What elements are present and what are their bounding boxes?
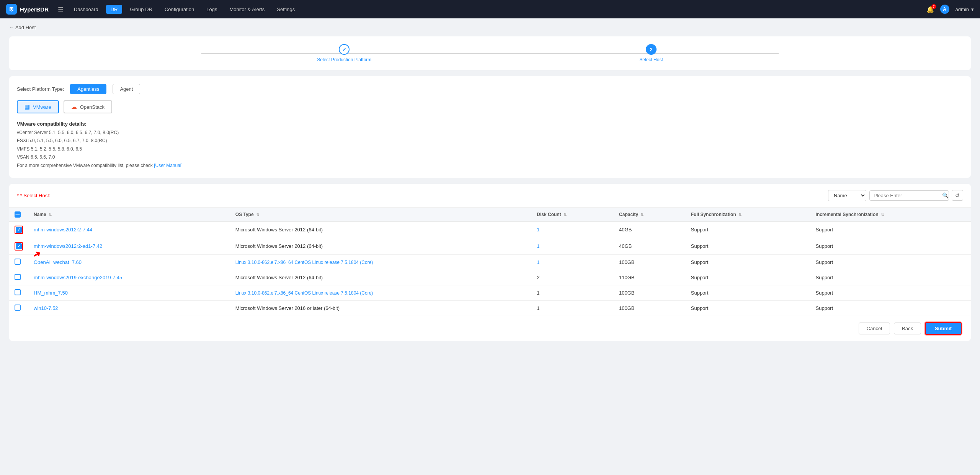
row-checkbox-1[interactable]	[16, 227, 22, 233]
table-row: mhm-windows2012r2-ad1-7.42 Microsoft Win…	[9, 238, 971, 254]
search-input[interactable]	[869, 190, 949, 201]
stepper-label-2: Select Host	[639, 57, 663, 62]
notifications-badge: 7	[931, 4, 936, 9]
table-row: HM_mhm_7.50 Linux 3.10.0-862.el7.x86_64 …	[9, 285, 971, 300]
nav-configuration[interactable]: Configuration	[160, 5, 199, 14]
row-checkbox-4[interactable]	[15, 274, 21, 280]
td-disk-4: 2	[531, 270, 614, 285]
td-checkbox-5	[9, 285, 28, 300]
footer-bar: Cancel Back Submit	[9, 316, 971, 341]
td-name-1: mhm-windows2012r2-7.44	[28, 221, 230, 238]
row-checkbox-3[interactable]	[15, 259, 21, 265]
openstack-label: OpenStack	[80, 104, 105, 110]
stepper-step-1: ✓ Select Production Platform	[317, 44, 371, 62]
td-fullsync-6: Support	[686, 300, 810, 316]
back-link[interactable]: ← Add Host	[9, 25, 36, 30]
td-incrsync-1: Support	[810, 221, 971, 238]
td-checkbox-2	[9, 238, 28, 254]
table-row: OpenAI_wechat_7.60 Linux 3.10.0-862.el7.…	[9, 254, 971, 270]
platform-openstack-button[interactable]: ☁ OpenStack	[64, 100, 112, 113]
compat-line-3: VMFS 5.1, 5.2, 5.5, 5.8, 6.0, 6.5	[17, 145, 963, 154]
app-logo: ⛨	[6, 4, 17, 15]
sort-fullsync-icon: ⇅	[738, 213, 742, 217]
header-checkbox[interactable]	[15, 211, 21, 218]
host-name-link-2[interactable]: mhm-windows2012r2-ad1-7.42	[34, 243, 102, 249]
refresh-button[interactable]: ↺	[952, 190, 963, 201]
platform-type-label: Select Platform Type:	[17, 86, 64, 92]
search-filter-select[interactable]: Name	[828, 190, 866, 201]
tab-agent[interactable]: Agent	[113, 84, 140, 94]
compat-manual: For a more comprehensive VMware compatib…	[17, 162, 963, 170]
platform-panel: Select Platform Type: Agentless Agent ▦ …	[9, 76, 971, 178]
stepper-circle-2: 2	[646, 44, 657, 55]
stepper-label-1: Select Production Platform	[317, 57, 371, 62]
openstack-icon: ☁	[71, 103, 77, 110]
table-header-row: Name ⇅ OS Type ⇅ Disk Count ⇅ Capacity	[9, 208, 971, 222]
compat-line-1: vCenter Server 5.1, 5.5, 6.0, 6.5, 6.7, …	[17, 129, 963, 137]
menu-icon[interactable]: ☰	[58, 6, 63, 13]
stepper-step-2: 2 Select Host	[639, 44, 663, 62]
user-manual-link[interactable]: [User Manual]	[154, 163, 183, 168]
td-capacity-4: 110GB	[614, 270, 686, 285]
nav-dr[interactable]: DR	[106, 5, 122, 14]
page-wrapper: ← Add Host ✓ Select Production Platform …	[0, 18, 980, 475]
breadcrumb: ← Add Host	[9, 25, 971, 30]
th-name: Name ⇅	[28, 208, 230, 222]
tab-agentless[interactable]: Agentless	[70, 84, 106, 94]
row-checkbox-2[interactable]	[16, 243, 22, 249]
th-full-sync: Full Synchronization ⇅	[686, 208, 810, 222]
submit-button[interactable]: Submit	[925, 322, 962, 335]
td-os-4: Microsoft Windows Server 2012 (64-bit)	[230, 270, 532, 285]
td-fullsync-1: Support	[686, 221, 810, 238]
host-name-link-4[interactable]: mhm-windows2019-exchange2019-7.45	[34, 275, 122, 280]
td-disk-6: 1	[531, 300, 614, 316]
td-capacity-3: 100GB	[614, 254, 686, 270]
nav-monitor-alerts[interactable]: Monitor & Alerts	[225, 5, 269, 14]
nav-dashboard[interactable]: Dashboard	[69, 5, 103, 14]
td-os-5: Linux 3.10.0-862.el7.x86_64 CentOS Linux…	[230, 285, 532, 300]
nav-group-dr[interactable]: Group DR	[125, 5, 157, 14]
vmware-icon: ▦	[24, 103, 30, 110]
platform-vmware-button[interactable]: ▦ VMware	[17, 100, 59, 113]
td-capacity-2: 40GB	[614, 238, 686, 254]
td-name-6: win10-7.52	[28, 300, 230, 316]
cancel-button[interactable]: Cancel	[859, 323, 890, 334]
td-incrsync-3: Support	[810, 254, 971, 270]
td-checkbox-1	[9, 221, 28, 238]
th-disk-count: Disk Count ⇅	[531, 208, 614, 222]
user-name: admin	[956, 7, 969, 12]
td-checkbox-4	[9, 270, 28, 285]
td-name-2: mhm-windows2012r2-ad1-7.42	[28, 238, 230, 254]
td-capacity-1: 40GB	[614, 221, 686, 238]
stepper-circle-1: ✓	[339, 44, 350, 55]
td-fullsync-4: Support	[686, 270, 810, 285]
host-select-panel: * * Select Host: Name 🔍 ↺ ➜	[9, 184, 971, 341]
host-name-link-6[interactable]: win10-7.52	[34, 305, 58, 311]
td-disk-2: 1	[531, 238, 614, 254]
nav-settings[interactable]: Settings	[272, 5, 299, 14]
host-name-link-5[interactable]: HM_mhm_7.50	[34, 290, 68, 296]
table-row: mhm-windows2012r2-7.44 Microsoft Windows…	[9, 221, 971, 238]
td-checkbox-6	[9, 300, 28, 316]
search-button[interactable]: 🔍	[942, 192, 949, 198]
row-checkbox-6[interactable]	[15, 305, 21, 311]
table-wrapper: ➜ Name ⇅ OS Type ⇅	[9, 208, 971, 316]
notifications-button[interactable]: 🔔 7	[926, 6, 934, 13]
td-name-4: mhm-windows2019-exchange2019-7.45	[28, 270, 230, 285]
nav-logs[interactable]: Logs	[202, 5, 222, 14]
user-menu[interactable]: admin ▾	[956, 7, 974, 12]
host-name-link-1[interactable]: mhm-windows2012r2-7.44	[34, 227, 92, 233]
td-fullsync-5: Support	[686, 285, 810, 300]
platform-icons-row: ▦ VMware ☁ OpenStack	[17, 100, 963, 113]
table-row: mhm-windows2019-exchange2019-7.45 Micros…	[9, 270, 971, 285]
user-avatar-icon: A	[940, 5, 949, 14]
td-capacity-5: 100GB	[614, 285, 686, 300]
td-incrsync-6: Support ➜	[810, 300, 971, 316]
host-name-link-3[interactable]: OpenAI_wechat_7.60	[34, 259, 82, 265]
row-checkbox-5[interactable]	[15, 289, 21, 295]
back-button[interactable]: Back	[894, 323, 921, 334]
td-os-2: Microsoft Windows Server 2012 (64-bit)	[230, 238, 532, 254]
td-disk-1: 1	[531, 221, 614, 238]
sort-diskcount-icon: ⇅	[564, 213, 567, 217]
host-table: Name ⇅ OS Type ⇅ Disk Count ⇅ Capacity	[9, 208, 971, 316]
